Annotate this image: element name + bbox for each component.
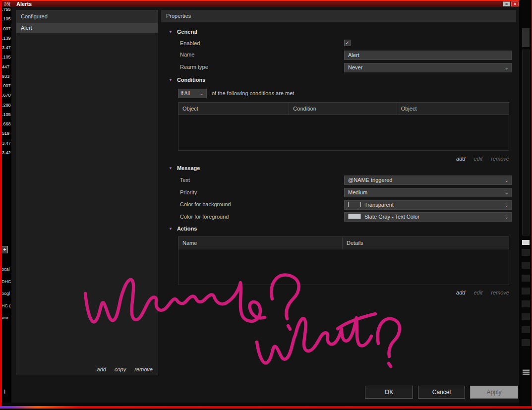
chevron-down-icon: ⌄ (505, 188, 509, 197)
column-header-object: Object (178, 103, 289, 115)
clipped-label: DHC (1, 279, 11, 284)
configured-panel: Configured Alert add copy remove (16, 10, 158, 375)
condition-remove-link: remove (491, 156, 509, 162)
section-conditions[interactable]: ▼Conditions (169, 77, 205, 83)
section-general-title: General (177, 29, 197, 35)
message-text-value: @NAME triggered (348, 177, 392, 183)
bg-color-select[interactable]: Transparent ⌄ (344, 200, 512, 210)
price-axis-value: .105 (2, 112, 11, 117)
add-alert-link[interactable]: add (97, 366, 106, 372)
column-header-object2: Object (397, 103, 509, 115)
price-axis-value: 519 (2, 131, 9, 136)
fg-color-label: Color for foreground (180, 214, 229, 220)
window-title: Alerts (16, 1, 32, 7)
actions-table-header: Name Details (178, 236, 509, 249)
cancel-button[interactable]: Cancel (418, 386, 465, 399)
section-message-title: Message (177, 165, 200, 171)
actions-table: Name Details (178, 236, 509, 285)
column-header-name: Name (178, 237, 343, 249)
price-axis-value: 3.42 (2, 150, 11, 155)
section-general[interactable]: ▼General (169, 29, 197, 35)
rearm-type-value: Never (348, 64, 362, 70)
price-axis-value: .105 (2, 55, 11, 59)
price-axis-value: .670 (2, 93, 11, 98)
collapse-arrow-icon: ▼ (169, 227, 173, 231)
clipped-label: ocal (1, 267, 10, 272)
chevron-down-icon: ⌄ (505, 213, 509, 221)
conditions-table: Object Condition Object (178, 102, 509, 151)
section-actions[interactable]: ▼Actions (169, 226, 197, 232)
name-label: Name (180, 52, 194, 58)
section-message[interactable]: ▼Message (169, 165, 200, 171)
clipped-row-fragment (522, 313, 530, 320)
conditions-links: add edit remove (178, 156, 509, 162)
action-remove-link: remove (491, 290, 509, 295)
section-conditions-title: Conditions (177, 77, 205, 83)
close-icon: ✕ (513, 2, 517, 6)
window-close-button[interactable]: ✕ (511, 1, 519, 6)
chevron-down-icon: ⌄ (200, 89, 204, 98)
transparent-swatch (348, 202, 361, 207)
action-add-link[interactable]: add (456, 290, 465, 295)
clipped-row-fragment (522, 275, 530, 282)
action-edit-link: edit (474, 290, 483, 295)
configured-panel-header: Configured (16, 10, 158, 23)
right-edge-strip (521, 0, 532, 406)
fg-color-value: Slate Gray - Text Color (364, 214, 419, 220)
properties-panel-header: Properties (161, 10, 516, 22)
clipped-label: wor (1, 315, 9, 320)
alert-list-item[interactable]: Alert (16, 23, 158, 33)
screen: 28( Alerts ✕ ✕ .755 .105 .007 .139 3.47 … (0, 0, 532, 410)
price-axis-value: .288 (2, 103, 11, 108)
rearm-type-select[interactable]: Never ⌄ (344, 63, 512, 72)
remove-alert-link[interactable]: remove (134, 366, 153, 372)
window-frame-right (0, 0, 2, 406)
price-axis-value: .139 (2, 36, 11, 41)
lower-gap (1, 403, 519, 406)
price-axis-value: 3.47 (2, 141, 11, 146)
conditions-table-body (178, 115, 509, 151)
clipped-row-fragment (522, 288, 530, 294)
enabled-label: Enabled (180, 40, 200, 46)
priority-label: Priority (180, 189, 197, 195)
condition-edit-link: edit (474, 156, 483, 162)
conditions-table-header: Object Condition Object (178, 102, 509, 115)
price-axis-value: 933 (2, 74, 9, 79)
chevron-down-icon: ⌄ (505, 176, 509, 184)
fg-color-select[interactable]: Slate Gray - Text Color ⌄ (344, 212, 512, 222)
price-axis-value: 3.47 (2, 45, 11, 50)
collapse-arrow-icon: ▼ (169, 78, 173, 82)
price-axis-value: .007 (2, 26, 11, 31)
price-axis-value: .755 (2, 7, 11, 12)
priority-value: Medium (348, 189, 367, 195)
clipped-label: oogl (1, 291, 10, 296)
rearm-type-label: Rearm type (180, 64, 208, 70)
grip-icon (523, 369, 530, 375)
plus-button[interactable]: + (1, 246, 8, 253)
message-text-combo[interactable]: @NAME triggered ⌄ (344, 176, 512, 185)
ok-button[interactable]: OK (365, 386, 413, 399)
name-value: Alert (348, 52, 359, 58)
column-header-condition: Condition (289, 103, 397, 115)
clipped-row-fragment (522, 339, 530, 346)
enabled-checkbox[interactable]: ✓ (344, 40, 351, 46)
chevron-down-icon: ⌄ (505, 201, 509, 209)
conditions-match-select[interactable]: If All ⌄ (178, 89, 207, 98)
priority-select[interactable]: Medium ⌄ (344, 188, 512, 197)
actions-table-body (178, 249, 509, 285)
price-axis-value: .007 (2, 83, 11, 88)
column-header-details: Details (343, 237, 509, 249)
name-input[interactable]: Alert (344, 51, 512, 60)
close-icon: ✕ (505, 2, 508, 6)
clipped-row-fragment (522, 249, 530, 256)
window-minimize-button[interactable]: ✕ (503, 1, 510, 6)
copy-alert-link[interactable]: copy (115, 366, 126, 372)
collapse-arrow-icon: ▼ (169, 166, 173, 171)
clipped-label: HC ( (1, 303, 11, 308)
price-axis-value: .668 (2, 121, 11, 126)
condition-add-link[interactable]: add (456, 156, 465, 162)
checkmark-icon: ✓ (345, 40, 349, 46)
plus-icon: + (3, 246, 6, 252)
slate-gray-swatch (348, 214, 361, 219)
clipped-panel-fragment (522, 50, 530, 235)
